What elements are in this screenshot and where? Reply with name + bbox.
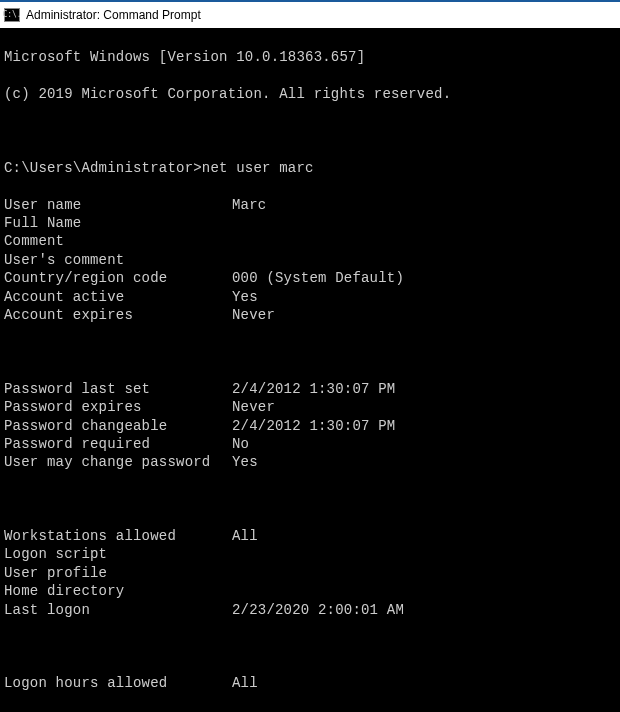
output-label: User profile [4,564,232,582]
output-value: No [232,435,249,453]
prompt-command: net user marc [202,159,314,177]
output-label: Logon script [4,545,232,563]
output-row: Full Name [4,214,616,232]
output-value: All [232,527,258,545]
output-row: Account activeYes [4,288,616,306]
output-value: Yes [232,288,258,306]
output-row: Logon hours allowedAll [4,674,616,692]
output-label: User may change password [4,453,232,471]
output-row: Country/region code000 (System Default) [4,269,616,287]
output-row: Account expiresNever [4,306,616,324]
blank-line [4,637,616,655]
banner-line-1: Microsoft Windows [Version 10.0.18363.65… [4,48,616,66]
output-row: Password requiredNo [4,435,616,453]
output-label: Password required [4,435,232,453]
output-value: ‎2/‎4/‎2012 1:30:07 PM [232,380,395,398]
output-row: Home directory [4,582,616,600]
output-value: Never [232,306,275,324]
output-label: Full Name [4,214,232,232]
blank-line [4,343,616,361]
output-label: Password last set [4,380,232,398]
output-value: All [232,674,258,692]
output-value: ‎2/‎4/‎2012 1:30:07 PM [232,417,395,435]
output-label: Comment [4,232,232,250]
output-value: Marc [232,196,266,214]
output-row: Password last set‎2/‎4/‎2012 1:30:07 PM [4,380,616,398]
output-value: ‎2/‎23/‎2020 2:00:01 AM [232,601,404,619]
output-label: Country/region code [4,269,232,287]
output-row: Password changeable‎2/‎4/‎2012 1:30:07 P… [4,417,616,435]
output-label: Account expires [4,306,232,324]
prompt-line-1: C:\Users\Administrator>net user marc [4,159,616,177]
prompt-path: C:\Users\Administrator> [4,159,202,177]
output-row: Workstations allowedAll [4,527,616,545]
output-label: Workstations allowed [4,527,232,545]
titlebar[interactable]: C:\. Administrator: Command Prompt [0,0,620,28]
output-row: User may change passwordYes [4,453,616,471]
output-label: Password changeable [4,417,232,435]
output-section-1: User nameMarcFull NameCommentUser's comm… [4,196,616,325]
output-row: Last logon‎2/‎23/‎2020 2:00:01 AM [4,601,616,619]
output-label: Password expires [4,398,232,416]
output-label: Logon hours allowed [4,674,232,692]
output-value: Yes [232,453,258,471]
output-row: Logon script [4,545,616,563]
output-section-2: Password last set‎2/‎4/‎2012 1:30:07 PMP… [4,380,616,472]
blank-line [4,122,616,140]
output-row: Password expiresNever [4,398,616,416]
cmd-icon: C:\. [4,8,20,22]
terminal-output[interactable]: Microsoft Windows [Version 10.0.18363.65… [0,28,620,712]
output-label: Last logon [4,601,232,619]
banner-line-2: (c) 2019 Microsoft Corporation. All righ… [4,85,616,103]
output-label: Home directory [4,582,232,600]
output-value: 000 (System Default) [232,269,404,287]
output-label: User name [4,196,232,214]
output-label: Account active [4,288,232,306]
blank-line [4,490,616,508]
output-section-3: Workstations allowedAllLogon scriptUser … [4,527,616,619]
output-row: User nameMarc [4,196,616,214]
output-row: User's comment [4,251,616,269]
output-section-4: Logon hours allowedAll [4,674,616,692]
window-title: Administrator: Command Prompt [26,8,201,22]
output-row: Comment [4,232,616,250]
output-label: User's comment [4,251,232,269]
output-row: User profile [4,564,616,582]
output-value: Never [232,398,275,416]
